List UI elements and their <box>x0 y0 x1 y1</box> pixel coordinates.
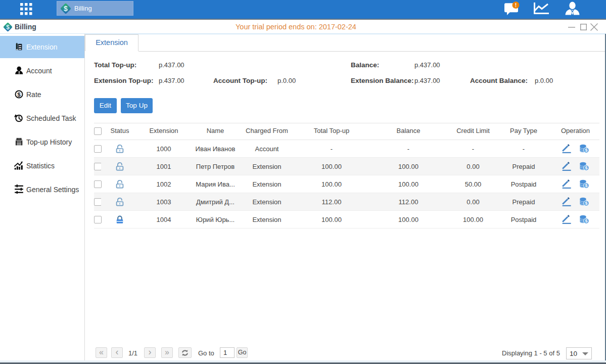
svg-text:!: ! <box>515 2 517 8</box>
svg-text:$: $ <box>585 183 587 188</box>
svg-text:$: $ <box>585 148 587 153</box>
svg-text:$: $ <box>6 24 10 31</box>
svg-text:$: $ <box>64 5 68 13</box>
svg-text:$: $ <box>585 201 587 206</box>
svg-text:$: $ <box>17 92 21 98</box>
svg-text:$: $ <box>585 165 587 170</box>
svg-text:$: $ <box>585 218 587 223</box>
